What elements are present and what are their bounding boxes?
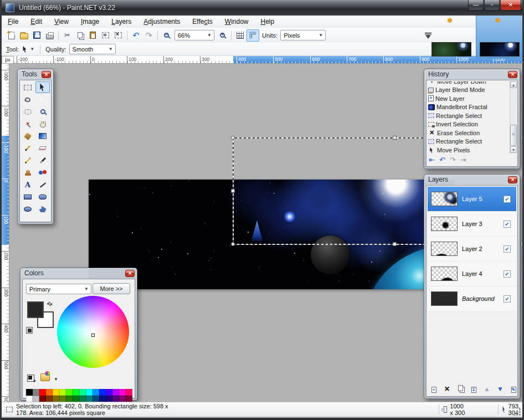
save-button[interactable] <box>30 29 43 42</box>
color-swatch[interactable] <box>126 389 132 396</box>
tool-gradient[interactable] <box>35 130 50 142</box>
layer-visible-checkbox[interactable]: ✔ <box>504 295 511 303</box>
history-item[interactable]: Invert Selection <box>428 120 510 129</box>
primary-color-swatch[interactable] <box>27 301 44 318</box>
tool-freeform-shape[interactable] <box>35 203 50 215</box>
new-file-button[interactable]: ✦ <box>5 29 18 42</box>
color-mode-combo[interactable]: Primary ▼ <box>26 284 91 294</box>
color-swatch[interactable] <box>33 389 39 396</box>
layer-visible-checkbox[interactable]: ✔ <box>504 196 511 203</box>
resize-grip[interactable] <box>513 408 521 416</box>
history-item[interactable]: Rectangle Select <box>428 137 510 146</box>
scroll-up-icon[interactable]: ▲ <box>510 81 517 88</box>
close-icon[interactable]: ✕ <box>42 71 51 78</box>
scroll-down-icon[interactable]: ▼ <box>510 146 517 153</box>
layer-visible-checkbox[interactable]: ✔ <box>504 221 511 228</box>
close-icon[interactable]: ✕ <box>125 270 135 277</box>
zoom-out-button[interactable]: − <box>160 29 173 42</box>
chevron-down-icon[interactable]: ▼ <box>54 377 58 382</box>
tool-pan[interactable] <box>35 118 50 130</box>
tool-rectangle-select[interactable] <box>20 81 35 93</box>
tool-magic-wand[interactable]: ✶ <box>20 118 35 130</box>
close-button[interactable]: ✕ <box>500 0 521 11</box>
color-wheel[interactable] <box>57 296 129 368</box>
grid-toggle-button[interactable] <box>234 29 246 42</box>
color-swatch[interactable] <box>26 389 33 396</box>
layer-row-layer-2[interactable]: Layer 2✔ <box>428 237 516 262</box>
tool-zoom[interactable] <box>35 106 50 117</box>
rulers-toggle-button[interactable] <box>246 29 259 42</box>
history-item[interactable]: Layer Blend Mode <box>428 86 510 95</box>
layer-row-background[interactable]: Background✔ <box>428 286 516 311</box>
move-layer-down-button[interactable]: ▼ <box>495 385 505 393</box>
tool-text[interactable]: A <box>20 179 35 191</box>
add-color-to-palette-icon[interactable] <box>27 375 34 382</box>
image-tab-2-selected[interactable]: ✱ <box>476 16 522 59</box>
quality-combo[interactable]: Smooth ▼ <box>69 44 116 54</box>
copy-button[interactable] <box>74 29 86 42</box>
menu-item-image[interactable]: Image <box>75 16 105 27</box>
tool-color-picker[interactable] <box>35 155 50 166</box>
layer-visible-checkbox[interactable]: ✔ <box>504 245 511 253</box>
maximize-button[interactable]: ▫ <box>484 0 500 11</box>
menu-item-view[interactable]: View <box>48 16 75 27</box>
layer-row-layer-3[interactable]: Layer 3✔ <box>428 212 516 237</box>
color-swatch[interactable] <box>39 389 46 396</box>
menu-item-help[interactable]: Help <box>255 16 281 27</box>
menu-item-effects[interactable]: Effects <box>186 16 218 27</box>
tool-chooser-button[interactable]: ▼ <box>19 43 38 55</box>
reset-colors-icon[interactable] <box>26 327 33 334</box>
undo-button[interactable]: ↶ <box>130 29 142 42</box>
menu-item-window[interactable]: Window <box>219 16 255 27</box>
scrollbar-thumb[interactable] <box>510 125 517 146</box>
color-swatch[interactable] <box>59 389 66 396</box>
history-item[interactable]: ✕Erase Selection <box>428 129 510 137</box>
color-swatch[interactable] <box>93 389 99 396</box>
close-icon[interactable]: ✕ <box>508 176 517 183</box>
menu-item-file[interactable]: File <box>2 16 24 27</box>
tool-move-selection[interactable] <box>35 94 50 105</box>
history-item[interactable]: Move Pixels <box>428 146 510 153</box>
tool-line-curve[interactable] <box>35 179 50 191</box>
color-swatch[interactable] <box>73 389 79 396</box>
zoom-in-button[interactable]: + <box>216 29 229 42</box>
tool-paint-bucket[interactable] <box>20 130 35 142</box>
duplicate-layer-button[interactable] <box>455 385 465 393</box>
color-wheel-marker[interactable] <box>91 334 95 337</box>
history-scrollbar[interactable]: ▲ ▼ <box>510 81 516 153</box>
undo-button[interactable]: ↶ <box>439 156 445 164</box>
zoom-level-combo[interactable]: 66% ▼ <box>174 30 214 40</box>
fast-forward-button[interactable]: ⇥ <box>460 156 466 164</box>
add-layer-button[interactable]: + <box>429 385 439 393</box>
layer-row-layer-4[interactable]: Layer 4✔ <box>428 262 516 286</box>
tool-clone-stamp[interactable] <box>20 167 35 178</box>
selection-handle-top-left[interactable] <box>231 136 235 140</box>
color-swatch[interactable] <box>53 389 59 396</box>
print-button[interactable] <box>43 29 56 42</box>
history-item[interactable]: Mandelbrot Fractal <box>428 103 510 112</box>
units-combo[interactable]: Pixels ▼ <box>280 30 326 40</box>
selection-handle-top-middle[interactable] <box>393 136 397 140</box>
history-item[interactable]: ▼Move Layer Down <box>428 81 510 86</box>
tool-rectangle[interactable] <box>20 191 35 203</box>
color-swatch[interactable] <box>66 389 73 396</box>
tool-pencil[interactable] <box>20 155 35 166</box>
color-swatch[interactable] <box>119 389 126 396</box>
image-list-chevron-icon[interactable] <box>424 31 433 40</box>
tool-eraser[interactable] <box>35 142 50 154</box>
color-swatch[interactable] <box>79 389 86 396</box>
selection-handle-bottom-left[interactable] <box>231 242 235 246</box>
canvas[interactable] <box>89 180 454 289</box>
tool-move-selected-pixels[interactable] <box>35 81 50 93</box>
image-tab-1[interactable]: ✱ <box>428 16 475 59</box>
minimize-button[interactable]: — <box>468 0 484 11</box>
menu-item-edit[interactable]: Edit <box>24 16 48 27</box>
color-swatch[interactable] <box>46 389 53 396</box>
history-item[interactable]: +New Layer <box>428 94 510 103</box>
color-swatch[interactable] <box>112 389 119 396</box>
close-icon[interactable]: ✕ <box>508 71 517 78</box>
move-layer-up-button[interactable]: ▲ <box>482 385 492 393</box>
title-bar[interactable]: Untitled (66%) - Paint.NET v3.22 —▫✕ <box>0 0 524 16</box>
tool-lasso-select[interactable] <box>20 94 35 105</box>
menu-item-layers[interactable]: Layers <box>105 16 137 27</box>
